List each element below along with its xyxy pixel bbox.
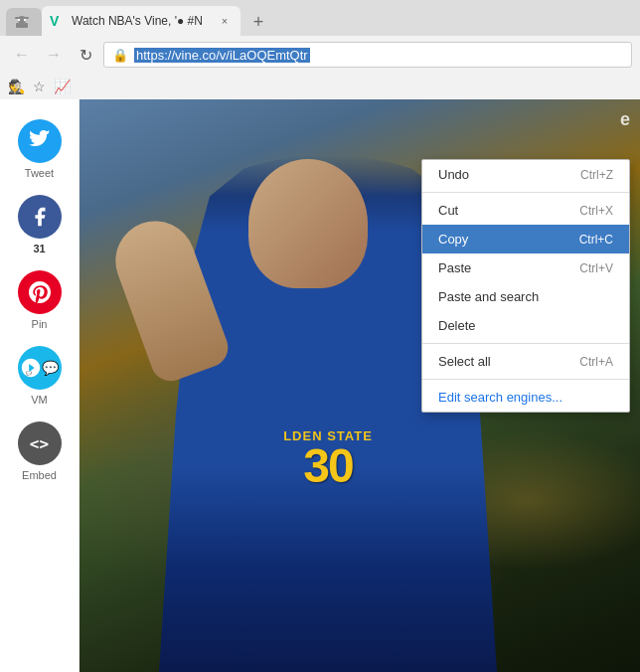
tweet-item: Tweet xyxy=(18,119,62,179)
vm-item: 💬 💬 VM xyxy=(18,346,62,406)
nav-bar: 🔒 https://vine.co/v/iLaOQEmtQtr xyxy=(0,36,640,74)
menu-label-select-all: Select all xyxy=(438,354,491,369)
browser-chrome: V Watch NBA's Vine, '● #N × + 🔒 https://… xyxy=(0,0,640,99)
star-icon: ☆ xyxy=(33,79,46,94)
team-name: LDEN STATE xyxy=(283,428,373,443)
vm-label: VM xyxy=(31,394,48,406)
separator-3 xyxy=(422,379,629,380)
menu-item-copy[interactable]: Copy Ctrl+C xyxy=(422,225,629,253)
facebook-item: 31 xyxy=(18,195,62,254)
separator-2 xyxy=(422,343,629,344)
twitter-icon xyxy=(29,130,51,152)
embed-label: Embed xyxy=(22,469,57,481)
tab-title: Watch NBA's Vine, '● #N xyxy=(72,14,211,28)
embed-button[interactable]: <> xyxy=(18,421,62,465)
address-text: https://vine.co/v/iLaOQEmtQtr xyxy=(134,48,623,63)
vine-watermark: e xyxy=(620,109,630,130)
context-menu: Undo Ctrl+Z Cut Ctrl+X Copy Ctrl+C Paste… xyxy=(421,159,630,413)
menu-shortcut-cut: Ctrl+X xyxy=(579,204,613,218)
embed-code-icon: <> xyxy=(30,434,49,453)
menu-label-copy: Copy xyxy=(438,232,468,247)
menu-item-paste-search[interactable]: Paste and search xyxy=(422,282,629,311)
menu-item-select-all[interactable]: Select all Ctrl+A xyxy=(422,347,629,376)
menu-label-paste-search: Paste and search xyxy=(438,289,539,304)
jersey-number: 30 xyxy=(303,438,352,493)
svg-point-2 xyxy=(18,19,20,21)
svg-point-3 xyxy=(24,19,26,21)
menu-label-paste: Paste xyxy=(438,260,471,275)
reload-icon xyxy=(80,46,92,65)
address-bar[interactable]: 🔒 https://vine.co/v/iLaOQEmtQtr xyxy=(103,42,632,68)
reload-button[interactable] xyxy=(72,41,99,69)
spy-bookmark-icon: 🕵 xyxy=(8,79,25,94)
forward-arrow-icon xyxy=(46,46,62,64)
menu-shortcut-undo: Ctrl+Z xyxy=(580,168,613,182)
tweet-button[interactable] xyxy=(18,119,62,163)
separator-1 xyxy=(422,192,629,193)
menu-item-paste[interactable]: Paste Ctrl+V xyxy=(422,253,629,282)
tab-favicon: V xyxy=(50,13,66,29)
menu-item-undo[interactable]: Undo Ctrl+Z xyxy=(422,160,629,189)
menu-label-cut: Cut xyxy=(438,203,458,218)
menu-label-edit-engines: Edit search engines... xyxy=(438,390,562,405)
chart-icon: 📈 xyxy=(54,79,71,94)
back-button[interactable] xyxy=(8,41,36,69)
svg-rect-1 xyxy=(16,23,28,28)
menu-shortcut-select-all: Ctrl+A xyxy=(579,355,613,369)
vm-button[interactable]: 💬 💬 xyxy=(18,346,62,390)
back-arrow-icon xyxy=(14,46,30,64)
bookmark-bar: 🕵 ☆ 📈 xyxy=(0,74,640,99)
vm-icon-text: 💬 xyxy=(42,360,59,376)
vm-icon: 💬 xyxy=(20,357,42,379)
tab-bar: V Watch NBA's Vine, '● #N × + xyxy=(0,0,640,36)
address-highlight: https://vine.co/v/iLaOQEmtQtr xyxy=(134,48,310,63)
lock-icon: 🔒 xyxy=(112,48,128,63)
facebook-button[interactable] xyxy=(18,195,62,239)
tab-close-button[interactable]: × xyxy=(217,13,233,29)
pinterest-icon xyxy=(29,281,51,303)
spy-icon xyxy=(14,14,30,30)
menu-item-cut[interactable]: Cut Ctrl+X xyxy=(422,196,629,225)
facebook-count: 31 xyxy=(33,243,45,254)
player-head xyxy=(248,159,368,288)
pin-label: Pin xyxy=(32,318,48,330)
page-content: Tweet 31 Pin xyxy=(0,99,640,672)
embed-item: <> Embed xyxy=(18,421,62,481)
menu-label-undo: Undo xyxy=(438,167,469,182)
menu-item-delete[interactable]: Delete xyxy=(422,311,629,340)
tab-active[interactable]: V Watch NBA's Vine, '● #N × xyxy=(42,6,240,36)
tab-inactive[interactable] xyxy=(6,8,42,36)
new-tab-button[interactable]: + xyxy=(244,8,272,36)
menu-item-edit-engines[interactable]: Edit search engines... xyxy=(422,383,629,412)
facebook-icon xyxy=(29,206,51,228)
pinterest-item: Pin xyxy=(18,270,62,330)
social-sidebar: Tweet 31 Pin xyxy=(0,99,80,672)
menu-shortcut-copy: Ctrl+C xyxy=(579,233,613,247)
svg-text:💬: 💬 xyxy=(26,370,32,377)
tweet-label: Tweet xyxy=(25,167,54,179)
menu-shortcut-paste: Ctrl+V xyxy=(579,261,613,275)
forward-button[interactable] xyxy=(40,41,68,69)
svg-rect-4 xyxy=(15,17,29,19)
menu-label-delete: Delete xyxy=(438,318,476,333)
pin-button[interactable] xyxy=(18,270,62,314)
